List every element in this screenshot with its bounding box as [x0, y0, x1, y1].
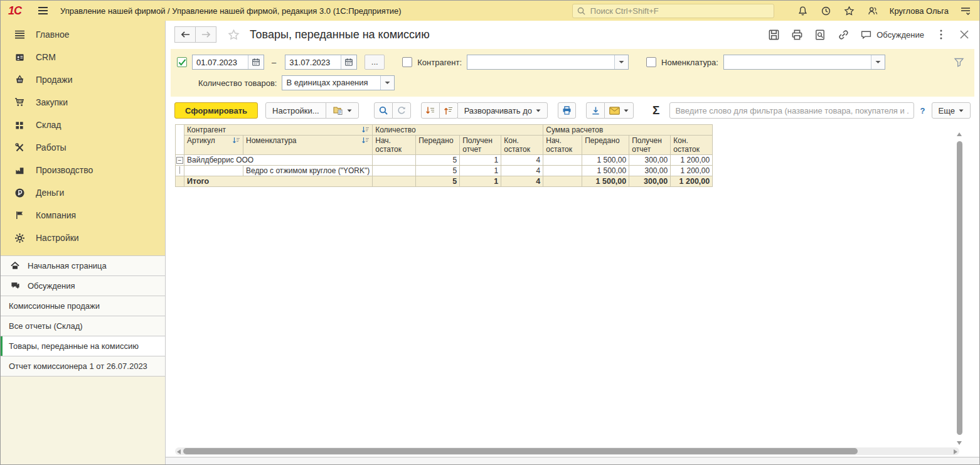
- quantity-mode-combobox[interactable]: В единицах хранения: [282, 75, 395, 90]
- vertical-scrollbar[interactable]: [956, 131, 963, 445]
- table-cell[interactable]: 5: [416, 155, 460, 166]
- column-header-qty-kon[interactable]: Кон. остаток: [501, 136, 543, 155]
- cell-artikul[interactable]: [184, 166, 243, 176]
- more-button[interactable]: Еще: [932, 102, 971, 119]
- save-file-button[interactable]: [586, 102, 605, 119]
- column-group-sum[interactable]: Сумма расчетов: [543, 125, 713, 136]
- scroll-right-arrow[interactable]: [954, 449, 957, 454]
- collapse-group-button[interactable]: −: [176, 157, 183, 164]
- kontragent-input[interactable]: [467, 55, 614, 69]
- column-header-sum-poluchen[interactable]: Получен отчет: [629, 136, 671, 155]
- forward-button[interactable]: [195, 26, 216, 43]
- calendar-icon[interactable]: [341, 55, 356, 69]
- column-header-qty-peredano[interactable]: Передано: [416, 136, 460, 155]
- table-row-total[interactable]: Итого 5 1 4 1 500,00 300,00 1 200,00: [176, 176, 713, 187]
- global-search-input[interactable]: [589, 6, 770, 16]
- horizontal-scroll-thumb[interactable]: [183, 448, 858, 454]
- sidebar-item-production[interactable]: Производство: [1, 159, 165, 181]
- users-icon[interactable]: [866, 4, 879, 17]
- table-cell[interactable]: [373, 155, 416, 166]
- sidebar-item-works[interactable]: Работы: [1, 136, 165, 159]
- column-header-qty-nach[interactable]: Нач. остаток: [373, 136, 416, 155]
- sidebar-item-warehouse[interactable]: Склад: [1, 114, 165, 136]
- back-button[interactable]: [174, 26, 196, 43]
- quick-filter-input[interactable]: [669, 102, 913, 119]
- send-email-button[interactable]: [604, 102, 634, 119]
- table-cell[interactable]: 1 200,00: [671, 166, 713, 176]
- table-row-group[interactable]: − Вайлдберрис ООО 5 1 4 1 500,00 300,00 …: [176, 155, 713, 166]
- link-icon[interactable]: [837, 28, 850, 41]
- period-checkbox[interactable]: [177, 57, 187, 67]
- column-header-kontragent[interactable]: Контрагент: [184, 125, 373, 136]
- table-row-detail[interactable]: Ведро с отжимом круглое ("YORK") 5 1 4 1…: [176, 166, 713, 176]
- column-header-qty-poluchen[interactable]: Получен отчет: [460, 136, 501, 155]
- favorite-star-icon[interactable]: [228, 29, 240, 41]
- table-cell[interactable]: 1 500,00: [582, 166, 629, 176]
- chevron-down-icon[interactable]: [871, 55, 885, 69]
- chevron-down-icon[interactable]: [380, 76, 394, 90]
- table-cell[interactable]: 1 200,00: [671, 155, 713, 166]
- column-header-artikul[interactable]: Артикул: [184, 136, 243, 155]
- table-cell[interactable]: 4: [501, 155, 543, 166]
- sidebar-item-main[interactable]: Главное: [1, 23, 165, 46]
- current-user[interactable]: Круглова Ольга: [890, 6, 949, 16]
- sidebar-item-company[interactable]: Компания: [1, 204, 165, 227]
- column-header-sum-kon[interactable]: Кон. остаток: [671, 136, 713, 155]
- report-variants-button[interactable]: [326, 102, 359, 119]
- date-from-input[interactable]: [193, 55, 248, 69]
- expand-rows-button[interactable]: [421, 102, 440, 119]
- sidebar-item-sales[interactable]: Продажи: [1, 68, 165, 91]
- discussion-button[interactable]: Обсуждение: [860, 29, 924, 40]
- hamburger-menu-icon[interactable]: [36, 4, 49, 17]
- column-header-sum-peredano[interactable]: Передано: [582, 136, 629, 155]
- date-to-input[interactable]: [285, 55, 341, 69]
- page-item-home[interactable]: Начальная страница: [1, 256, 165, 276]
- expand-to-button[interactable]: Разворачивать до: [457, 102, 548, 119]
- sidebar-item-settings[interactable]: Настройки: [1, 227, 165, 249]
- kontragent-checkbox[interactable]: [402, 57, 412, 67]
- chevron-down-icon[interactable]: [614, 55, 628, 69]
- column-header-nomenklatura[interactable]: Номенклатура: [243, 136, 373, 155]
- sidebar-item-purchases[interactable]: Закупки: [1, 91, 165, 114]
- table-cell[interactable]: 300,00: [629, 166, 671, 176]
- calendar-icon[interactable]: [248, 55, 264, 69]
- table-cell[interactable]: 1: [460, 166, 501, 176]
- generate-button[interactable]: Сформировать: [174, 102, 258, 119]
- table-search-button[interactable]: [374, 102, 393, 119]
- cell-kontragent-name[interactable]: Вайлдберрис ООО: [184, 155, 373, 166]
- scroll-up-arrow[interactable]: [957, 132, 962, 136]
- column-group-quantity[interactable]: Количество: [373, 125, 543, 136]
- sidebar-item-crm[interactable]: CRM: [1, 46, 165, 68]
- collapse-rows-button[interactable]: [439, 102, 458, 119]
- page-item-commission-goods[interactable]: Товары, переданные на комиссию: [1, 336, 165, 356]
- nomenklatura-checkbox[interactable]: [646, 57, 656, 67]
- settings-button[interactable]: Настройки...: [265, 102, 326, 119]
- sum-sigma-button[interactable]: Σ: [649, 104, 663, 117]
- global-search[interactable]: [572, 4, 774, 18]
- table-cell[interactable]: 5: [416, 166, 460, 176]
- table-cell[interactable]: [543, 166, 582, 176]
- column-header-sum-nach[interactable]: Нач. остаток: [543, 136, 582, 155]
- period-options-button[interactable]: ...: [365, 55, 385, 70]
- main-menu-icon[interactable]: [959, 4, 972, 17]
- table-cell[interactable]: 300,00: [629, 155, 671, 166]
- horizontal-scrollbar[interactable]: [175, 447, 959, 455]
- preview-icon[interactable]: [814, 28, 826, 41]
- scroll-down-arrow[interactable]: [957, 441, 962, 445]
- close-icon[interactable]: [958, 28, 971, 41]
- table-cell[interactable]: [543, 155, 582, 166]
- favorites-star-icon[interactable]: [843, 4, 856, 17]
- vertical-scroll-thumb[interactable]: [957, 141, 962, 435]
- page-item-commission-sales[interactable]: Комиссионные продажи: [1, 296, 165, 316]
- more-vertical-icon[interactable]: [935, 28, 947, 41]
- nomenklatura-input[interactable]: [724, 55, 871, 69]
- table-cell[interactable]: 1 500,00: [582, 155, 629, 166]
- history-clock-icon[interactable]: [820, 4, 833, 17]
- scroll-left-arrow[interactable]: [177, 449, 181, 454]
- help-button[interactable]: ?: [920, 106, 925, 115]
- page-item-discussions[interactable]: Обсуждения: [1, 276, 165, 296]
- sidebar-item-money[interactable]: Деньги: [1, 181, 165, 204]
- print-report-button[interactable]: [558, 102, 576, 119]
- table-cell[interactable]: 1: [460, 155, 501, 166]
- page-item-all-reports[interactable]: Все отчеты (Склад): [1, 316, 165, 336]
